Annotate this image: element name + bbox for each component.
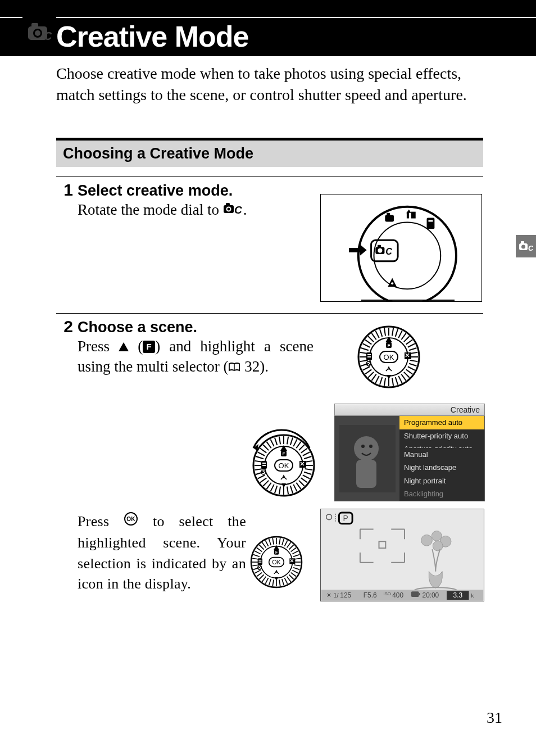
svg-rect-14: [378, 245, 381, 248]
up-arrow-icon: [119, 342, 129, 351]
svg-text:☀: ☀: [326, 591, 332, 599]
svg-point-190: [421, 535, 433, 546]
creative-mode-symbol-icon: C: [223, 200, 243, 220]
multi-selector-figure: OK F: [355, 323, 423, 391]
multi-selector-figure: OK F: [250, 432, 317, 499]
svg-text:ISO: ISO: [383, 591, 391, 596]
step-2-body: Press (F) and highlight a scene using th…: [78, 336, 314, 378]
svg-point-3: [35, 30, 40, 36]
svg-rect-1: [31, 23, 38, 28]
creative-menu-item: Shutter-priority auto: [399, 429, 484, 443]
creative-menu-item: Manual: [399, 448, 484, 461]
svg-rect-210: [521, 241, 524, 244]
svg-text:C: C: [234, 204, 242, 215]
svg-point-211: [521, 245, 525, 249]
svg-text:400: 400: [392, 591, 403, 599]
t: Press: [78, 338, 119, 355]
svg-point-129: [361, 445, 365, 448]
svg-rect-203: [411, 591, 419, 597]
creative-menu-item: Night landscape: [399, 461, 484, 474]
intro-text: Choose creative mode when to take photos…: [56, 63, 483, 106]
svg-text:F5.6: F5.6: [364, 591, 377, 599]
multi-selector-figure: OK F: [248, 534, 305, 590]
svg-point-193: [433, 541, 443, 551]
svg-point-8: [227, 207, 230, 210]
svg-rect-21: [428, 220, 433, 222]
svg-rect-6: [226, 203, 230, 206]
book-icon: [228, 357, 240, 377]
page-number: 31: [487, 709, 502, 727]
svg-point-11: [374, 222, 441, 289]
svg-point-130: [369, 445, 373, 448]
creative-menu-item: Aperture-priority auto: [399, 442, 484, 448]
svg-text:OK: OK: [279, 461, 289, 470]
step-1-text-before: Rotate the mode dial to: [78, 201, 223, 218]
svg-text:F: F: [275, 550, 278, 554]
step-1-text-after: .: [243, 201, 247, 218]
svg-rect-72: [367, 354, 371, 355]
svg-rect-20: [427, 218, 435, 229]
svg-point-15: [378, 248, 382, 253]
creative-menu-thumbnail: [335, 416, 399, 501]
svg-text:C: C: [385, 246, 392, 256]
svg-text:20:00: 20:00: [423, 591, 439, 599]
svg-rect-124: [262, 465, 266, 466]
svg-point-22: [391, 282, 393, 284]
svg-rect-19: [411, 212, 416, 219]
step-number: 2: [56, 317, 73, 336]
svg-text:1/: 1/: [334, 592, 339, 599]
svg-text:F: F: [388, 343, 390, 348]
svg-text:C: C: [528, 244, 533, 252]
svg-rect-181: [258, 560, 261, 561]
svg-text:3.3: 3.3: [453, 591, 463, 599]
svg-point-128: [354, 436, 379, 461]
svg-rect-123: [262, 463, 266, 464]
creative-menu-item: Night portrait: [399, 474, 484, 488]
svg-rect-17: [385, 215, 394, 222]
svg-text:OK: OK: [272, 559, 281, 565]
step-number: 1: [56, 180, 73, 200]
camera-c-corner-icon: C: [22, 11, 56, 52]
creative-menu-list: Programmed auto Shutter-priority auto Ap…: [399, 416, 484, 501]
creative-menu-screenshot: Creative Programmed auto Shutter-priorit…: [334, 404, 485, 502]
svg-rect-18: [387, 213, 390, 216]
svg-rect-131: [356, 460, 376, 488]
t: 32).: [240, 358, 269, 375]
svg-text:C: C: [44, 30, 52, 42]
t: Press: [78, 513, 124, 529]
edge-tab: C: [516, 235, 536, 257]
svg-rect-180: [258, 558, 262, 565]
svg-point-10: [358, 207, 456, 301]
section-heading: Choosing a Creative Mode: [56, 138, 483, 167]
step-title: Choose a scene.: [78, 319, 197, 336]
creative-menu-header: Creative: [334, 404, 485, 416]
page-title: Creative Mode: [56, 20, 248, 53]
top-black-band: [0, 0, 536, 17]
svg-text:125: 125: [340, 591, 351, 599]
creative-menu-item: Programmed auto: [399, 416, 484, 429]
svg-text:k: k: [471, 592, 474, 599]
mode-dial-figure: C: [320, 194, 482, 302]
step-2b-body: Press OK to select the highlighted scene…: [78, 511, 246, 594]
f-box-icon: F: [143, 341, 155, 353]
svg-text:OK: OK: [384, 353, 394, 361]
svg-text:OK: OK: [126, 516, 135, 522]
creative-menu-item: Backlighting: [399, 487, 484, 501]
step-title: Select creative mode.: [78, 182, 233, 200]
mode-letter: P: [343, 514, 348, 523]
svg-rect-73: [367, 356, 371, 357]
svg-rect-204: [419, 593, 420, 595]
ok-button-icon: OK: [124, 511, 138, 532]
camera-display-figure: P ☀ 1/ 125: [320, 509, 484, 601]
t: (: [138, 338, 143, 355]
svg-text:F: F: [283, 451, 285, 456]
svg-rect-182: [258, 562, 261, 563]
